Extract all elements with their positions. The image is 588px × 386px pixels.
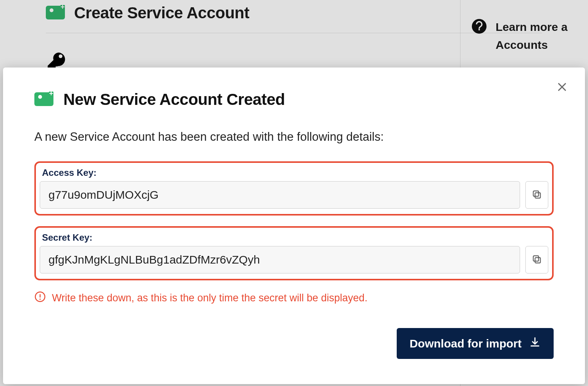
svg-point-9 xyxy=(38,95,42,99)
svg-rect-17 xyxy=(535,257,540,263)
svg-rect-15 xyxy=(535,193,540,198)
warning-text: Write these down, as this is the only ti… xyxy=(52,292,367,304)
copy-secret-key-button[interactable] xyxy=(525,246,548,273)
dialog-title-row: New Service Account Created xyxy=(34,90,554,109)
close-icon xyxy=(556,81,568,94)
svg-rect-13 xyxy=(45,102,49,103)
download-for-import-button[interactable]: Download for import xyxy=(397,328,554,359)
service-account-created-dialog: New Service Account Created A new Servic… xyxy=(3,68,585,384)
access-key-field[interactable] xyxy=(40,181,520,209)
close-button[interactable] xyxy=(553,78,571,96)
access-key-label: Access Key: xyxy=(40,166,548,181)
copy-icon xyxy=(531,254,542,266)
download-icon xyxy=(529,336,541,351)
secret-key-label: Secret Key: xyxy=(40,231,548,246)
dialog-actions: Download for import xyxy=(34,328,554,359)
svg-point-21 xyxy=(39,299,40,300)
svg-rect-10 xyxy=(37,100,44,103)
warning-icon xyxy=(34,291,46,305)
svg-rect-12 xyxy=(45,99,51,100)
warning-row: Write these down, as this is the only ti… xyxy=(34,291,554,305)
id-card-plus-icon xyxy=(34,92,53,108)
svg-rect-18 xyxy=(533,256,539,261)
svg-rect-11 xyxy=(45,96,51,97)
access-key-box: Access Key: xyxy=(34,161,554,216)
dialog-title: New Service Account Created xyxy=(63,90,285,109)
svg-rect-16 xyxy=(533,191,539,196)
copy-icon xyxy=(531,189,542,201)
secret-key-box: Secret Key: xyxy=(34,226,554,280)
download-label: Download for import xyxy=(410,337,522,350)
dialog-description: A new Service Account has been created w… xyxy=(34,130,554,144)
copy-access-key-button[interactable] xyxy=(525,181,548,209)
secret-key-field[interactable] xyxy=(40,246,520,273)
